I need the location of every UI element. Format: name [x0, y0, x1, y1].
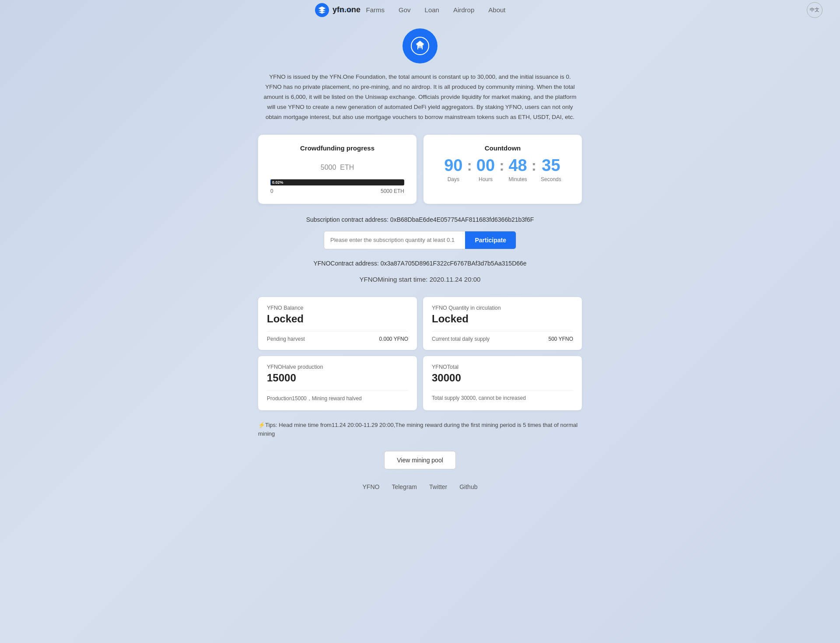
total-label: YFNOTotal [432, 364, 573, 370]
circulation-footer: Current total daily supply 500 YFNO [432, 336, 573, 342]
halve-footer-label: Production15000，Mining reward halved [267, 395, 362, 402]
navbar: yfn.one Home Farms Gov Loan Airdrop Abou… [0, 0, 840, 20]
subscription-contract-label: Subscription contract address: [306, 216, 388, 223]
subscription-input[interactable] [324, 231, 465, 249]
circulation-footer-value: 500 YFNO [549, 336, 573, 342]
colon-3: : [532, 157, 536, 173]
hero-description: YFNO is issued by the YFN.One Foundation… [262, 72, 578, 122]
countdown-minutes: 48 Minutes [508, 157, 527, 182]
countdown-minutes-label: Minutes [509, 176, 527, 182]
progress-ends: 0 5000 ETH [270, 188, 404, 194]
halve-label: YFNOHalve production [267, 364, 408, 370]
countdown-days-value: 90 [444, 157, 462, 174]
footer-yfno[interactable]: YFNO [363, 483, 380, 490]
progress-bar-fill [270, 179, 271, 185]
balance-footer-value: 0.000 YFNO [379, 336, 408, 342]
nav-about[interactable]: About [488, 6, 505, 14]
halve-value: 15000 [267, 372, 408, 384]
participate-button[interactable]: Participate [465, 231, 516, 249]
yfno-contract-value: 0x3a87A705D8961F322cF6767BAf3d7b5Aa315D6… [381, 260, 527, 267]
halve-divider [267, 390, 408, 391]
colon-1: : [467, 157, 472, 173]
countdown-hours-label: Hours [479, 176, 493, 182]
countdown-title: Countdown [436, 144, 570, 152]
total-value: 30000 [432, 372, 573, 384]
yfno-contract-address: YFNOContract address: 0x3a87A705D8961F32… [258, 260, 582, 267]
countdown-seconds-value: 35 [542, 157, 560, 174]
subscription-contract-address: Subscription contract address: 0xB68DbaE… [258, 216, 582, 223]
footer-twitter[interactable]: Twitter [429, 483, 447, 490]
info-card-balance: YFNO Balance Locked Pending harvest 0.00… [258, 297, 417, 350]
total-footer: Total supply 30000, cannot be increased [432, 395, 573, 401]
total-divider [432, 390, 573, 391]
countdown-days: 90 Days [444, 157, 462, 182]
countdown-hours-value: 00 [476, 157, 495, 174]
site-logo[interactable]: yfn.one [315, 3, 360, 17]
progress-start: 0 [270, 188, 273, 194]
circulation-label: YFNO Quantity in circulation [432, 305, 573, 311]
tips-text: ⚡Tips: Head mine time from11.24 20:00-11… [258, 421, 582, 439]
balance-label: YFNO Balance [267, 305, 408, 311]
logo-icon [315, 3, 329, 17]
footer-github[interactable]: Github [459, 483, 477, 490]
countdown-hours: 00 Hours [476, 157, 495, 182]
crowdfunding-amount: 5000 ETH [270, 157, 404, 173]
balance-divider [267, 331, 408, 332]
countdown-seconds: 35 Seconds [541, 157, 561, 182]
subscription-input-row: Participate [324, 231, 516, 249]
stats-cards-row: Crowdfunding progress 5000 ETH 0.02% 0 5… [258, 135, 582, 204]
hero-logo-icon [410, 35, 430, 56]
progress-end: 5000 ETH [381, 188, 404, 194]
nav-loan[interactable]: Loan [425, 6, 439, 14]
info-card-total: YFNOTotal 30000 Total supply 30000, cann… [423, 356, 582, 410]
yfno-contract-label: YFNOContract address: [313, 260, 378, 267]
crowdfunding-currency: ETH [340, 164, 354, 171]
info-cards-grid: YFNO Balance Locked Pending harvest 0.00… [258, 297, 582, 410]
countdown-seconds-label: Seconds [541, 176, 561, 182]
balance-footer-label: Pending harvest [267, 336, 305, 342]
footer-telegram[interactable]: Telegram [392, 483, 417, 490]
circulation-divider [432, 331, 573, 332]
circulation-footer-label: Current total daily supply [432, 336, 490, 342]
progress-bar-container: 0.02% [270, 179, 404, 185]
mining-start-time: YFNOMining start time: 2020.11.24 20:00 [258, 276, 582, 283]
countdown-minutes-value: 48 [508, 157, 527, 174]
crowdfunding-title: Crowdfunding progress [270, 144, 404, 152]
crowdfunding-card: Crowdfunding progress 5000 ETH 0.02% 0 5… [258, 135, 416, 204]
hero-logo [402, 28, 438, 63]
language-switcher[interactable]: 中文 [807, 2, 822, 18]
progress-label: 0.02% [272, 179, 284, 185]
view-mining-pool-button[interactable]: View mining pool [384, 451, 456, 469]
countdown-days-label: Days [448, 176, 459, 182]
countdown-card: Countdown 90 Days : 00 Hours : 48 Minute… [424, 135, 582, 204]
total-footer-label: Total supply 30000, cannot be increased [432, 395, 526, 401]
balance-value: Locked [267, 313, 408, 325]
balance-footer: Pending harvest 0.000 YFNO [267, 336, 408, 342]
logo-text: yfn.one [332, 5, 360, 14]
nav-farms[interactable]: Farms [366, 6, 385, 14]
nav-gov[interactable]: Gov [399, 6, 411, 14]
nav-airdrop[interactable]: Airdrop [453, 6, 474, 14]
countdown-row: 90 Days : 00 Hours : 48 Minutes : 35 Sec… [436, 157, 570, 182]
info-card-circulation: YFNO Quantity in circulation Locked Curr… [423, 297, 582, 350]
subscription-contract-value: 0xB68DbaE6de4E057754AF811683fd6366b21b3f… [390, 216, 534, 223]
halve-footer: Production15000，Mining reward halved [267, 395, 408, 402]
main-content: YFNO is issued by the YFN.One Foundation… [249, 20, 591, 517]
colon-2: : [499, 157, 504, 173]
circulation-value: Locked [432, 313, 573, 325]
footer-links: YFNO Telegram Twitter Github [258, 483, 582, 490]
info-card-halve: YFNOHalve production 15000 Production150… [258, 356, 417, 410]
